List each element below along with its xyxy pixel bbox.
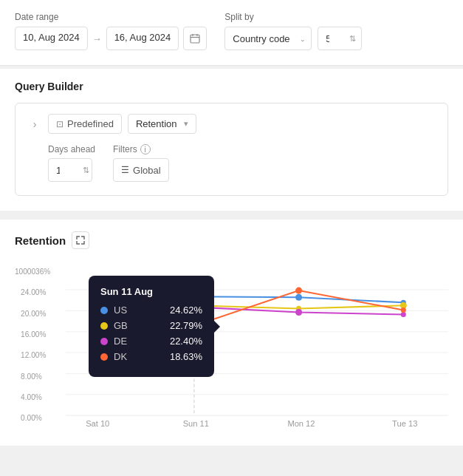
x-label-sun: Sun 11 (183, 419, 209, 428)
x-label-tue: Tue 13 (392, 419, 417, 428)
de-dot-tue (401, 312, 406, 317)
split-count-wrap (318, 27, 362, 50)
query-type-select[interactable]: Retention (128, 114, 196, 134)
chart-section: Retention 1000036% 24.00% 20.00% 16.00% … (0, 220, 463, 446)
query-card: › ⊡ Predefined Retention Days ahead Filt… (15, 103, 448, 196)
tooltip-country-dk: DK (114, 351, 164, 362)
tooltip-row-dk: DK 18.63% (100, 351, 202, 362)
x-label-sat: Sat 10 (86, 419, 109, 428)
date-range-label: Date range (15, 12, 207, 22)
predefined-icon: ⊡ (56, 119, 64, 129)
chart-title: Retention (15, 234, 66, 247)
chart-svg: 1000036% 24.00% 20.00% 16.00% 12.00% 8.0… (15, 261, 448, 431)
tooltip-dot-us (100, 307, 108, 314)
chart-expand-button[interactable] (72, 231, 89, 249)
split-by-label: Split by (224, 12, 362, 22)
tooltip-row-de: DE 22.40% (100, 336, 202, 347)
split-count-input[interactable] (318, 27, 362, 50)
split-by-row: Country code (224, 27, 362, 50)
chart-container: 1000036% 24.00% 20.00% 16.00% 12.00% 8.0… (15, 261, 448, 431)
predefined-button[interactable]: ⊡ Predefined (48, 114, 122, 134)
date-range-row: 10, Aug 2024 → 16, Aug 2024 (15, 27, 207, 50)
date-separator: → (92, 33, 102, 44)
tooltip-dot-dk (100, 353, 108, 361)
query-builder-title: Query Builder (15, 81, 448, 92)
tooltip-value-dk: 18.63% (170, 351, 202, 362)
top-section: Date range 10, Aug 2024 → 16, Aug 2024 S… (0, 0, 463, 66)
split-by-group: Split by Country code (224, 12, 362, 50)
controls-row: Date range 10, Aug 2024 → 16, Aug 2024 S… (15, 12, 448, 50)
tooltip-country-gb: GB (114, 320, 164, 331)
query-card-header: › ⊡ Predefined Retention (27, 114, 436, 134)
date-range-group: Date range 10, Aug 2024 → 16, Aug 2024 (15, 12, 207, 50)
tooltip-country-de: DE (114, 336, 164, 347)
collapse-button[interactable]: › (27, 117, 42, 132)
us-dot-mon (295, 294, 302, 301)
tooltip-row-us: US 24.62% (100, 305, 202, 316)
tooltip-value-de: 22.40% (170, 336, 202, 347)
filters-group: Filters i ☰ Global (113, 144, 169, 182)
tooltip-country-us: US (114, 305, 164, 316)
y-label-3: 16.00% (21, 330, 46, 339)
tooltip-dot-de (100, 338, 108, 345)
tooltip-value-us: 24.62% (170, 305, 202, 316)
predefined-label: Predefined (67, 118, 114, 129)
x-label-mon: Mon 12 (287, 419, 315, 428)
chart-title-row: Retention (15, 231, 448, 249)
chart-tooltip: Sun 11 Aug US 24.62% GB 22.79% DE 22.40%… (89, 276, 214, 377)
days-ahead-input[interactable] (48, 158, 92, 182)
query-builder-section: Query Builder › ⊡ Predefined Retention D… (0, 69, 463, 211)
calendar-icon[interactable] (183, 27, 207, 50)
svg-rect-0 (191, 35, 199, 43)
days-ahead-label: Days ahead (48, 144, 95, 154)
tooltip-row-gb: GB 22.79% (100, 320, 202, 331)
query-type-label: Retention (136, 118, 177, 129)
date-from-input[interactable]: 10, Aug 2024 (15, 27, 88, 50)
days-ahead-group: Days ahead (48, 144, 95, 182)
filters-label: Filters i (113, 144, 169, 154)
y-label-0: 1000036% (15, 268, 50, 276)
days-ahead-input-wrap (48, 158, 95, 182)
tooltip-value-gb: 22.79% (170, 320, 202, 331)
de-dot-mon (295, 309, 302, 316)
global-filter-button[interactable]: ☰ Global (113, 158, 169, 182)
split-by-select[interactable]: Country code (224, 27, 312, 50)
y-label-7: 0.00% (21, 414, 42, 422)
y-label-5: 8.00% (21, 373, 42, 381)
global-label: Global (133, 165, 161, 176)
date-to-input[interactable]: 16, Aug 2024 (106, 27, 179, 50)
y-label-6: 4.00% (21, 393, 42, 401)
y-label-1: 24.00% (21, 288, 46, 296)
tooltip-date: Sun 11 Aug (100, 286, 202, 297)
y-label-2: 20.00% (21, 310, 46, 318)
filter-icon: ☰ (121, 165, 129, 175)
dk-dot-mon (295, 288, 302, 294)
query-fields-row: Days ahead Filters i ☰ Global (27, 144, 436, 182)
filters-info-icon[interactable]: i (140, 144, 151, 154)
tooltip-dot-gb (100, 322, 108, 330)
dk-dot-tue (401, 307, 406, 313)
split-by-select-wrap: Country code (224, 27, 312, 50)
tooltip-arrow (214, 321, 220, 333)
y-label-4: 12.00% (21, 351, 46, 359)
